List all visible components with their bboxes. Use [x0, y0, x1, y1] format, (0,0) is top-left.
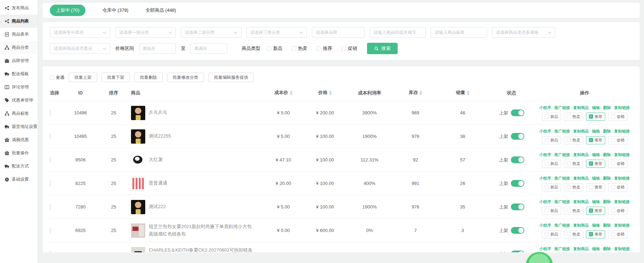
operation-link[interactable]: 复制商品: [573, 223, 589, 228]
row-checkbox[interactable]: [50, 204, 51, 210]
sidebar-item-11[interactable]: 满额优惠: [0, 133, 38, 146]
display-filter-select[interactable]: 请选择商品是否显示: [50, 43, 110, 54]
sort-carets-icon[interactable]: [329, 89, 332, 97]
operation-link[interactable]: 删除: [603, 152, 611, 158]
filter-text-input[interactable]: [435, 30, 483, 35]
status-toggle[interactable]: [511, 156, 524, 163]
sidebar-item-8[interactable]: 优惠券管理: [0, 94, 38, 107]
product-thumbnail[interactable]: [131, 200, 145, 214]
operation-link[interactable]: 推广链接: [554, 246, 570, 252]
filter-select-8[interactable]: 请选择商品是否多规格: [492, 27, 555, 38]
operation-link[interactable]: 推广链接: [554, 105, 570, 110]
tab-1[interactable]: 上架中 (70): [50, 5, 85, 16]
filter-select-4[interactable]: 请选择三级分类: [246, 27, 307, 38]
status-toggle[interactable]: [511, 203, 524, 210]
tag-toggle[interactable]: 推荐: [586, 183, 605, 191]
sidebar-item-7[interactable]: 评论管理: [0, 81, 38, 94]
operation-link[interactable]: 小程序: [539, 105, 551, 110]
row-checkbox[interactable]: [50, 227, 51, 233]
operation-link[interactable]: 复制商品: [573, 176, 589, 181]
sidebar-item-13[interactable]: 配送方式: [0, 160, 38, 173]
tag-toggle[interactable]: 促销: [608, 136, 627, 144]
tag-toggle[interactable]: ✓推荐: [586, 207, 605, 215]
tag-toggle[interactable]: ✓推荐: [586, 136, 605, 144]
operation-link[interactable]: 复制链接: [614, 199, 630, 205]
operation-link[interactable]: 推广链接: [554, 199, 570, 205]
tag-toggle[interactable]: 新品: [542, 113, 561, 121]
filter-select-2[interactable]: 请选择一级分类: [115, 27, 176, 38]
batch-button-1[interactable]: 批量上架: [69, 73, 97, 82]
tag-toggle[interactable]: 热卖: [564, 136, 583, 144]
operation-link[interactable]: 复制链接: [614, 105, 630, 110]
operation-link[interactable]: 编辑: [592, 199, 600, 205]
sidebar-item-9[interactable]: 商品标签: [0, 107, 38, 120]
operation-link[interactable]: 复制链接: [614, 176, 630, 181]
product-thumbnail[interactable]: [131, 176, 145, 191]
row-checkbox[interactable]: [50, 110, 51, 116]
type-checkbox[interactable]: 热卖: [292, 45, 307, 52]
operation-link[interactable]: 推广链接: [554, 152, 570, 158]
tag-toggle[interactable]: 新品: [542, 160, 561, 168]
operation-link[interactable]: 编辑: [592, 129, 600, 134]
row-checkbox[interactable]: [50, 180, 51, 186]
type-checkbox[interactable]: 促销: [341, 45, 357, 52]
tag-toggle[interactable]: 促销: [608, 160, 627, 168]
operation-link[interactable]: 编辑: [592, 176, 600, 181]
type-checkbox[interactable]: 推荐: [316, 45, 332, 52]
operation-link[interactable]: 编辑: [592, 105, 600, 110]
status-toggle[interactable]: [511, 251, 524, 252]
filter-text-input[interactable]: [316, 30, 361, 35]
tag-toggle[interactable]: 热卖: [564, 113, 583, 121]
sidebar-item-4[interactable]: 商品分类: [0, 41, 38, 54]
tag-toggle[interactable]: 促销: [608, 113, 627, 121]
batch-button-2[interactable]: 批量下架: [101, 73, 130, 82]
column-header[interactable]: 销量: [439, 89, 487, 97]
sort-carets-icon[interactable]: [290, 89, 293, 97]
operation-link[interactable]: 复制商品: [573, 105, 589, 110]
batch-button-3[interactable]: 批量删除: [134, 73, 163, 82]
operation-link[interactable]: 删除: [603, 105, 611, 110]
product-thumbnail[interactable]: [131, 106, 145, 120]
sidebar-item-12[interactable]: 批量操作: [0, 146, 38, 160]
tag-toggle[interactable]: 新品: [542, 230, 561, 238]
filter-input-7[interactable]: [431, 27, 487, 38]
product-thumbnail[interactable]: [131, 223, 145, 238]
row-checkbox[interactable]: [50, 157, 51, 163]
operation-link[interactable]: 小程序: [539, 176, 551, 181]
operation-link[interactable]: 复制商品: [573, 246, 589, 252]
filter-input-6[interactable]: [370, 27, 426, 38]
tag-toggle[interactable]: 促销: [608, 207, 627, 215]
sidebar-item-14[interactable]: 基础设置: [0, 173, 38, 186]
max-price-field[interactable]: [190, 43, 227, 54]
tag-toggle[interactable]: ✓推荐: [586, 113, 605, 121]
operation-link[interactable]: 编辑: [592, 223, 600, 228]
row-checkbox[interactable]: [50, 251, 51, 252]
operation-link[interactable]: 删除: [603, 176, 611, 181]
operation-link[interactable]: 复制链接: [614, 223, 630, 228]
tag-toggle[interactable]: ✓推荐: [586, 160, 605, 168]
operation-link[interactable]: 复制商品: [573, 199, 589, 205]
operation-link[interactable]: 小程序: [539, 129, 551, 134]
batch-button-4[interactable]: 批量修改分类: [167, 73, 204, 82]
column-header[interactable]: 价格: [303, 89, 347, 97]
operation-link[interactable]: 小程序: [539, 199, 551, 205]
column-header[interactable]: 成本价: [263, 89, 303, 97]
tag-toggle[interactable]: 新品: [542, 183, 561, 191]
filter-select-3[interactable]: 请选择二级分类: [181, 27, 241, 38]
operation-link[interactable]: 复制链接: [614, 152, 630, 158]
filter-select-1[interactable]: 请选择售中库存: [50, 27, 110, 38]
operation-link[interactable]: 编辑: [592, 152, 600, 158]
floating-action-button[interactable]: [526, 252, 553, 263]
row-checkbox[interactable]: [50, 133, 51, 139]
operation-link[interactable]: 复制商品: [573, 152, 589, 158]
sort-carets-icon[interactable]: [467, 89, 470, 97]
operation-link[interactable]: 复制链接: [614, 246, 630, 252]
operation-link[interactable]: 推广链接: [554, 129, 570, 134]
product-thumbnail[interactable]: [131, 129, 145, 144]
tag-toggle[interactable]: ✓推荐: [586, 230, 605, 238]
operation-link[interactable]: 推广链接: [554, 223, 570, 228]
sidebar-item-2[interactable]: 商品列表: [0, 15, 38, 28]
operation-link[interactable]: 推广链接: [554, 176, 570, 181]
tab-3[interactable]: 全部商品 (448): [146, 7, 176, 14]
status-toggle[interactable]: [511, 109, 524, 116]
